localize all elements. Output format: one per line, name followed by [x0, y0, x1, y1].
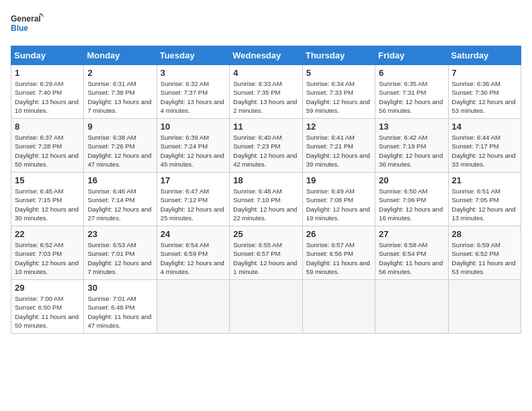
column-header-thursday: Thursday: [302, 46, 375, 65]
day-number: 19: [306, 175, 371, 185]
day-number: 30: [87, 283, 152, 293]
calendar-cell: 22Sunrise: 6:52 AMSunset: 7:03 PMDayligh…: [11, 226, 84, 280]
day-info: Sunrise: 6:51 AMSunset: 7:05 PMDaylight:…: [452, 187, 517, 222]
calendar-week-row: 22Sunrise: 6:52 AMSunset: 7:03 PMDayligh…: [11, 226, 521, 280]
day-number: 5: [306, 68, 371, 78]
day-info: Sunrise: 6:46 AMSunset: 7:14 PMDaylight:…: [87, 187, 152, 222]
calendar-cell: 21Sunrise: 6:51 AMSunset: 7:05 PMDayligh…: [448, 173, 521, 226]
day-number: 25: [233, 229, 298, 239]
calendar-cell: 1Sunrise: 6:29 AMSunset: 7:40 PMDaylight…: [11, 65, 84, 119]
day-number: 3: [161, 68, 226, 78]
logo-svg: General Blue: [11, 11, 44, 38]
calendar-body: 1Sunrise: 6:29 AMSunset: 7:40 PMDaylight…: [11, 65, 521, 334]
calendar-cell: 10Sunrise: 6:39 AMSunset: 7:24 PMDayligh…: [157, 119, 229, 173]
day-info: Sunrise: 6:50 AMSunset: 7:06 PMDaylight:…: [379, 187, 444, 222]
svg-text:Blue: Blue: [11, 24, 28, 33]
day-info: Sunrise: 6:53 AMSunset: 7:01 PMDaylight:…: [87, 240, 152, 276]
calendar-cell: 7Sunrise: 6:36 AMSunset: 7:30 PMDaylight…: [448, 65, 521, 119]
day-info: Sunrise: 6:35 AMSunset: 7:31 PMDaylight:…: [379, 79, 444, 115]
calendar-cell: [302, 280, 375, 334]
day-number: 13: [379, 122, 444, 132]
calendar-cell: 23Sunrise: 6:53 AMSunset: 7:01 PMDayligh…: [84, 226, 157, 280]
day-info: Sunrise: 6:38 AMSunset: 7:26 PMDaylight:…: [87, 133, 152, 169]
day-number: 29: [15, 283, 80, 293]
calendar-cell: 5Sunrise: 6:34 AMSunset: 7:33 PMDaylight…: [302, 65, 375, 119]
day-number: 9: [87, 122, 152, 132]
calendar-cell: 28Sunrise: 6:59 AMSunset: 6:52 PMDayligh…: [448, 226, 521, 280]
day-number: 14: [452, 122, 517, 132]
day-number: 21: [452, 175, 517, 185]
column-header-sunday: Sunday: [11, 46, 84, 65]
day-info: Sunrise: 6:40 AMSunset: 7:23 PMDaylight:…: [233, 133, 298, 169]
day-number: 15: [15, 175, 80, 185]
calendar-cell: 29Sunrise: 7:00 AMSunset: 6:50 PMDayligh…: [11, 280, 84, 334]
day-number: 4: [233, 68, 298, 78]
calendar-cell: [157, 280, 229, 334]
day-info: Sunrise: 6:33 AMSunset: 7:35 PMDaylight:…: [233, 79, 298, 115]
calendar-cell: 19Sunrise: 6:49 AMSunset: 7:08 PMDayligh…: [302, 173, 375, 226]
column-header-wednesday: Wednesday: [230, 46, 302, 65]
calendar-table: SundayMondayTuesdayWednesdayThursdayFrid…: [11, 46, 521, 334]
day-number: 11: [233, 122, 298, 132]
day-info: Sunrise: 7:01 AMSunset: 6:48 PMDaylight:…: [87, 294, 152, 330]
calendar-cell: 16Sunrise: 6:46 AMSunset: 7:14 PMDayligh…: [84, 173, 157, 226]
day-info: Sunrise: 6:29 AMSunset: 7:40 PMDaylight:…: [15, 79, 80, 115]
calendar-week-row: 1Sunrise: 6:29 AMSunset: 7:40 PMDaylight…: [11, 65, 521, 119]
day-info: Sunrise: 6:48 AMSunset: 7:10 PMDaylight:…: [233, 187, 298, 222]
calendar-cell: [375, 280, 448, 334]
day-info: Sunrise: 6:52 AMSunset: 7:03 PMDaylight:…: [15, 240, 80, 276]
day-info: Sunrise: 6:49 AMSunset: 7:08 PMDaylight:…: [306, 187, 371, 222]
day-info: Sunrise: 6:36 AMSunset: 7:30 PMDaylight:…: [452, 79, 517, 115]
day-number: 10: [161, 122, 226, 132]
day-number: 23: [87, 229, 152, 239]
calendar-header-row: SundayMondayTuesdayWednesdayThursdayFrid…: [11, 46, 521, 65]
day-info: Sunrise: 6:55 AMSunset: 6:57 PMDaylight:…: [233, 240, 298, 276]
day-info: Sunrise: 6:31 AMSunset: 7:38 PMDaylight:…: [87, 79, 152, 115]
calendar-cell: 4Sunrise: 6:33 AMSunset: 7:35 PMDaylight…: [230, 65, 302, 119]
calendar-cell: 13Sunrise: 6:42 AMSunset: 7:19 PMDayligh…: [375, 119, 448, 173]
day-number: 6: [379, 68, 444, 78]
day-number: 17: [161, 175, 226, 185]
day-info: Sunrise: 6:39 AMSunset: 7:24 PMDaylight:…: [161, 133, 226, 169]
calendar-cell: 18Sunrise: 6:48 AMSunset: 7:10 PMDayligh…: [230, 173, 302, 226]
day-info: Sunrise: 6:34 AMSunset: 7:33 PMDaylight:…: [306, 79, 371, 115]
day-number: 27: [379, 229, 444, 239]
calendar-cell: 26Sunrise: 6:57 AMSunset: 6:56 PMDayligh…: [302, 226, 375, 280]
calendar-cell: [448, 280, 521, 334]
calendar-cell: 2Sunrise: 6:31 AMSunset: 7:38 PMDaylight…: [84, 65, 157, 119]
column-header-monday: Monday: [84, 46, 157, 65]
day-info: Sunrise: 6:58 AMSunset: 6:54 PMDaylight:…: [379, 240, 444, 276]
day-number: 28: [452, 229, 517, 239]
calendar-cell: 20Sunrise: 6:50 AMSunset: 7:06 PMDayligh…: [375, 173, 448, 226]
day-info: Sunrise: 6:41 AMSunset: 7:21 PMDaylight:…: [306, 133, 371, 169]
day-info: Sunrise: 6:32 AMSunset: 7:37 PMDaylight:…: [161, 79, 226, 115]
header: General Blue: [11, 11, 521, 38]
day-info: Sunrise: 6:37 AMSunset: 7:28 PMDaylight:…: [15, 133, 80, 169]
calendar-cell: 30Sunrise: 7:01 AMSunset: 6:48 PMDayligh…: [84, 280, 157, 334]
calendar-cell: 17Sunrise: 6:47 AMSunset: 7:12 PMDayligh…: [157, 173, 229, 226]
day-info: Sunrise: 7:00 AMSunset: 6:50 PMDaylight:…: [15, 294, 80, 330]
column-header-tuesday: Tuesday: [157, 46, 229, 65]
day-info: Sunrise: 6:54 AMSunset: 6:59 PMDaylight:…: [161, 240, 226, 276]
day-number: 7: [452, 68, 517, 78]
column-header-saturday: Saturday: [448, 46, 521, 65]
calendar-week-row: 29Sunrise: 7:00 AMSunset: 6:50 PMDayligh…: [11, 280, 521, 334]
day-number: 8: [15, 122, 80, 132]
calendar-cell: 25Sunrise: 6:55 AMSunset: 6:57 PMDayligh…: [230, 226, 302, 280]
day-info: Sunrise: 6:44 AMSunset: 7:17 PMDaylight:…: [452, 133, 517, 169]
day-number: 2: [87, 68, 152, 78]
day-number: 22: [15, 229, 80, 239]
calendar-week-row: 8Sunrise: 6:37 AMSunset: 7:28 PMDaylight…: [11, 119, 521, 173]
calendar-cell: 9Sunrise: 6:38 AMSunset: 7:26 PMDaylight…: [84, 119, 157, 173]
calendar-cell: 12Sunrise: 6:41 AMSunset: 7:21 PMDayligh…: [302, 119, 375, 173]
calendar-cell: 27Sunrise: 6:58 AMSunset: 6:54 PMDayligh…: [375, 226, 448, 280]
day-info: Sunrise: 6:45 AMSunset: 7:15 PMDaylight:…: [15, 187, 80, 222]
day-number: 16: [87, 175, 152, 185]
day-number: 24: [161, 229, 226, 239]
calendar-cell: 3Sunrise: 6:32 AMSunset: 7:37 PMDaylight…: [157, 65, 229, 119]
day-info: Sunrise: 6:59 AMSunset: 6:52 PMDaylight:…: [452, 240, 517, 276]
calendar-week-row: 15Sunrise: 6:45 AMSunset: 7:15 PMDayligh…: [11, 173, 521, 226]
logo: General Blue: [11, 11, 44, 38]
day-number: 18: [233, 175, 298, 185]
svg-text:General: General: [11, 14, 41, 24]
